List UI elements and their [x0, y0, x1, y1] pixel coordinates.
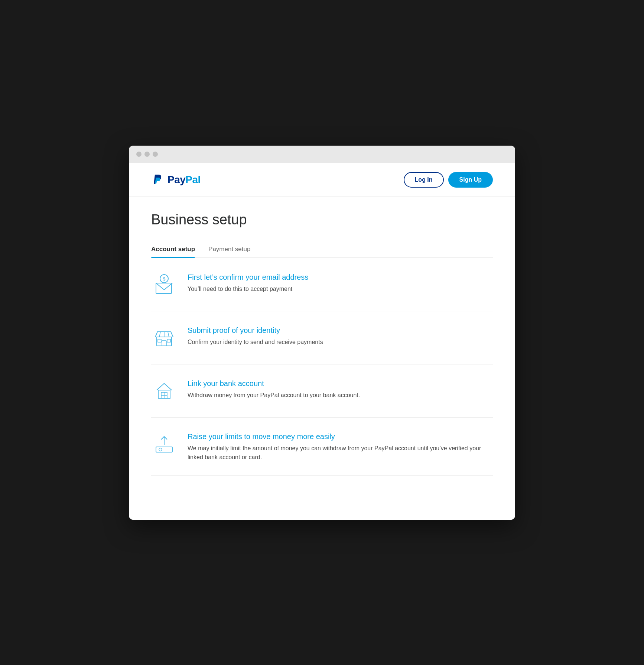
- item-text-submit-identity: Submit proof of your identity Confirm yo…: [188, 325, 493, 347]
- item-title-link-bank: Link your bank account: [188, 379, 493, 388]
- setup-list: $ First let’s confirm your email address…: [151, 258, 493, 476]
- svg-point-15: [159, 448, 162, 451]
- upload-card-icon: [151, 431, 177, 457]
- tabs-container: Account setup Payment setup: [151, 241, 493, 258]
- tab-account-setup[interactable]: Account setup: [151, 241, 195, 257]
- item-title-submit-identity: Submit proof of your identity: [188, 326, 493, 335]
- item-desc-submit-identity: Confirm your identity to send and receiv…: [188, 338, 493, 347]
- setup-item-confirm-email[interactable]: $ First let’s confirm your email address…: [151, 258, 493, 311]
- item-title-confirm-email: First let’s confirm your email address: [188, 273, 493, 282]
- svg-line-7: [159, 332, 160, 337]
- item-text-raise-limits: Raise your limits to move money more eas…: [188, 431, 493, 462]
- setup-item-link-bank[interactable]: Link your bank account Withdraw money fr…: [151, 364, 493, 418]
- browser-window: PayPal Log In Sign Up Business setup Acc…: [129, 146, 515, 520]
- item-title-raise-limits: Raise your limits to move money more eas…: [188, 432, 493, 441]
- email-money-icon: $: [151, 272, 177, 298]
- item-text-link-bank: Link your bank account Withdraw money fr…: [188, 378, 493, 400]
- bank-icon: [151, 378, 177, 404]
- svg-rect-3: [157, 337, 172, 346]
- item-desc-link-bank: Withdraw money from your PayPal account …: [188, 391, 493, 400]
- item-text-confirm-email: First let’s confirm your email address Y…: [188, 272, 493, 293]
- svg-rect-4: [162, 341, 166, 346]
- page-title: Business setup: [151, 212, 493, 228]
- item-desc-confirm-email: You’ll need to do this to accept payment: [188, 285, 493, 293]
- site-header: PayPal Log In Sign Up: [129, 163, 515, 197]
- login-button[interactable]: Log In: [404, 172, 444, 188]
- logo-area: PayPal: [151, 173, 201, 186]
- paypal-logo: PayPal: [167, 174, 201, 186]
- traffic-light-minimize[interactable]: [144, 152, 150, 157]
- traffic-light-maximize[interactable]: [153, 152, 158, 157]
- main-content: Business setup Account setup Payment set…: [129, 197, 515, 498]
- svg-rect-6: [167, 339, 170, 342]
- paypal-p-icon: [151, 173, 165, 186]
- tab-payment-setup[interactable]: Payment setup: [208, 241, 250, 257]
- svg-text:$: $: [163, 276, 166, 282]
- traffic-light-close[interactable]: [136, 152, 142, 157]
- browser-chrome: [129, 146, 515, 163]
- setup-item-raise-limits[interactable]: Raise your limits to move money more eas…: [151, 418, 493, 476]
- svg-rect-14: [156, 447, 172, 452]
- page-content: PayPal Log In Sign Up Business setup Acc…: [129, 163, 515, 520]
- item-desc-raise-limits: We may initially limit the amount of mon…: [188, 444, 493, 462]
- header-buttons: Log In Sign Up: [404, 172, 493, 188]
- signup-button[interactable]: Sign Up: [448, 172, 493, 188]
- svg-line-9: [168, 332, 169, 337]
- store-icon: [151, 325, 177, 351]
- setup-item-submit-identity[interactable]: Submit proof of your identity Confirm yo…: [151, 311, 493, 364]
- svg-rect-5: [158, 339, 161, 342]
